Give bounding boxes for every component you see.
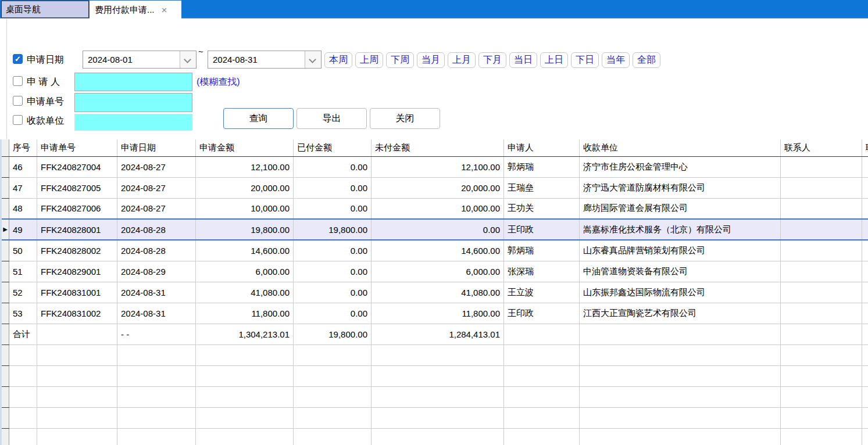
cell-order-no[interactable]: FFK240827004	[37, 156, 117, 177]
column-header[interactable]: 申请日期	[117, 139, 196, 156]
cell-paid[interactable]: 0.00	[294, 177, 372, 198]
column-header[interactable]: 申请金额	[196, 139, 294, 156]
cell-extra[interactable]	[862, 428, 868, 445]
cell-order-no[interactable]: FFK240828002	[37, 240, 117, 261]
cell-date[interactable]: 2024-08-28	[117, 219, 196, 240]
applicant-input[interactable]	[74, 73, 192, 91]
cell-order-no[interactable]: FFK240831001	[37, 282, 117, 303]
cell-unpaid[interactable]	[372, 365, 504, 386]
chevron-down-icon[interactable]	[305, 51, 321, 68]
cell-payee[interactable]: 济宁市住房公积金管理中心	[580, 156, 781, 177]
cell-payee[interactable]: 济宁迅大管道防腐材料有限公司	[580, 177, 781, 198]
cell-seq[interactable]: 51	[9, 261, 37, 282]
cell-seq[interactable]: 47	[9, 177, 37, 198]
order-no-input[interactable]	[74, 93, 192, 112]
quick-range-button[interactable]: 上日	[540, 52, 568, 68]
cell-date[interactable]	[117, 344, 196, 365]
cell-payee[interactable]: 中油管道物资装备有限公司	[580, 261, 781, 282]
cell-unpaid[interactable]	[372, 428, 504, 445]
cell-seq[interactable]: 53	[9, 303, 37, 324]
row-selector[interactable]	[1, 261, 9, 282]
cell-date[interactable]: 2024-08-27	[117, 198, 196, 219]
cell-extra[interactable]	[862, 344, 868, 365]
cell-date[interactable]: 2024-08-28	[117, 240, 196, 261]
cell-payee[interactable]: 山东振邦鑫达国际物流有限公司	[580, 282, 781, 303]
cell-applicant[interactable]: 张深瑞	[504, 261, 580, 282]
apply-date-checkbox[interactable]	[13, 54, 23, 64]
cell-order-no[interactable]	[37, 324, 117, 344]
cell-applicant[interactable]: 王印政	[504, 303, 580, 324]
cell-contact[interactable]	[781, 428, 862, 445]
cell-paid[interactable]	[294, 407, 372, 428]
column-header[interactable]: 联	[862, 139, 868, 156]
table-row[interactable]: ▶49FFK2408280012024-08-2819,800.0019,800…	[1, 219, 868, 240]
cell-order-no[interactable]	[37, 428, 117, 445]
cell-seq[interactable]: 合计	[9, 324, 37, 344]
cell-payee[interactable]	[580, 407, 781, 428]
cell-extra[interactable]	[862, 303, 868, 324]
cell-applicant[interactable]: 郭炳瑞	[504, 240, 580, 261]
cell-date[interactable]: 2024-08-27	[117, 177, 196, 198]
cell-order-no[interactable]: FFK240828001	[37, 219, 117, 240]
cell-extra[interactable]	[862, 365, 868, 386]
cell-contact[interactable]	[781, 365, 862, 386]
cell-paid[interactable]	[294, 428, 372, 445]
cell-unpaid[interactable]: 11,800.00	[372, 303, 504, 324]
total-row[interactable]: 合计 - -1,304,213.0119,800.001,284,413.01	[1, 324, 868, 344]
cell-unpaid[interactable]: 6,000.00	[372, 261, 504, 282]
cell-date[interactable]	[117, 386, 196, 407]
cell-payee[interactable]	[580, 365, 781, 386]
cell-paid[interactable]: 19,800.00	[294, 219, 372, 240]
cell-extra[interactable]	[862, 407, 868, 428]
cell-applicant[interactable]: 王瑞垒	[504, 177, 580, 198]
empty-row[interactable]	[1, 386, 868, 407]
cell-order-no[interactable]: FFK240831002	[37, 303, 117, 324]
cell-unpaid[interactable]	[372, 386, 504, 407]
cell-seq[interactable]: 50	[9, 240, 37, 261]
cell-contact[interactable]	[781, 344, 862, 365]
cell-order-no[interactable]	[37, 365, 117, 386]
row-selector[interactable]	[1, 240, 9, 261]
column-header[interactable]: 联系人	[781, 139, 862, 156]
table-row[interactable]: 48FFK2408270062024-08-2710,000.000.0010,…	[1, 198, 868, 219]
cell-payee[interactable]: 嵩嘉标准化技术服务（北京）有限公司	[580, 219, 781, 240]
cell-applicant[interactable]	[504, 386, 580, 407]
cell-extra[interactable]	[862, 198, 868, 219]
quick-range-button[interactable]: 上周	[355, 52, 383, 68]
table-row[interactable]: 50FFK2408280022024-08-2814,600.000.0014,…	[1, 240, 868, 261]
cell-payee[interactable]	[580, 428, 781, 445]
cell-amount[interactable]	[196, 407, 294, 428]
cell-paid[interactable]: 0.00	[294, 261, 372, 282]
cell-contact[interactable]	[781, 219, 862, 240]
cell-applicant[interactable]: 王功关	[504, 198, 580, 219]
cell-contact[interactable]	[781, 303, 862, 324]
cell-order-no[interactable]	[37, 386, 117, 407]
cell-amount[interactable]	[196, 344, 294, 365]
cell-applicant[interactable]: 郭炳瑞	[504, 156, 580, 177]
quick-range-button[interactable]: 下日	[571, 52, 599, 68]
cell-amount[interactable]: 12,100.00	[196, 156, 294, 177]
cell-paid[interactable]: 19,800.00	[294, 324, 372, 344]
cell-payee[interactable]: 山东睿真品牌营销策划有限公司	[580, 240, 781, 261]
cell-seq[interactable]: 49	[9, 219, 37, 240]
empty-row[interactable]	[1, 407, 868, 428]
row-selector[interactable]	[1, 282, 9, 303]
tab-expense-payment-application[interactable]: 费用付款申请... ×	[90, 1, 181, 19]
cell-applicant[interactable]: 王立波	[504, 282, 580, 303]
table-row[interactable]: 46FFK2408270042024-08-2712,100.000.0012,…	[1, 156, 868, 177]
cell-paid[interactable]: 0.00	[294, 198, 372, 219]
empty-row[interactable]	[1, 428, 868, 445]
row-selector[interactable]	[1, 386, 9, 407]
cell-payee[interactable]	[580, 344, 781, 365]
cell-seq[interactable]	[9, 344, 37, 365]
export-button[interactable]: 导出	[297, 108, 367, 129]
cell-contact[interactable]	[781, 156, 862, 177]
cell-contact[interactable]	[781, 324, 862, 344]
quick-range-button[interactable]: 当月	[417, 52, 445, 68]
cell-paid[interactable]: 0.00	[294, 156, 372, 177]
cell-unpaid[interactable]: 0.00	[372, 219, 504, 240]
cell-amount[interactable]: 41,080.00	[196, 282, 294, 303]
cell-order-no[interactable]	[37, 407, 117, 428]
cell-unpaid[interactable]	[372, 344, 504, 365]
cell-seq[interactable]	[9, 428, 37, 445]
